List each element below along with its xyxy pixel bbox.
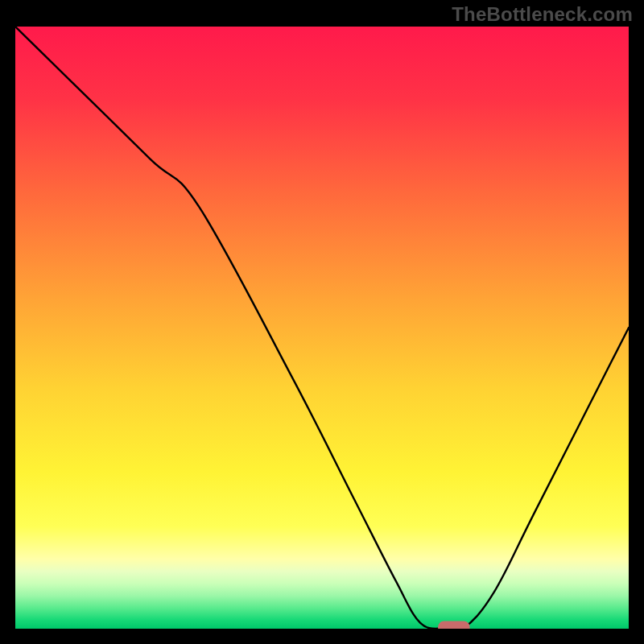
chart-svg: [15, 27, 629, 629]
chart-frame: TheBottleneck.com: [0, 0, 644, 644]
watermark-text: TheBottleneck.com: [452, 3, 633, 26]
optimal-point-marker: [438, 621, 470, 629]
chart-plot-area: [15, 27, 629, 629]
